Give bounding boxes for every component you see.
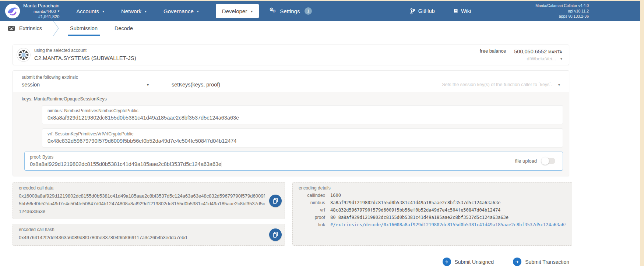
keys-section: keys: MantaRuntimeOpaqueSessionKeys nimb… — [13, 92, 569, 176]
detail-key: vrf — [299, 208, 325, 213]
submit-unsigned-button[interactable]: Submit Unsigned — [443, 258, 494, 266]
copy-icon — [273, 198, 278, 204]
wiki-link[interactable]: Wiki — [453, 8, 471, 14]
manta-logo-icon — [5, 4, 20, 18]
proof-param-box[interactable]: proof: Bytes 0x8a8af929d1219802dc8155d0b… — [24, 152, 563, 171]
account-address-truncated: dfWbekcVei... — [527, 56, 556, 63]
apps-version: apps v0.133.2-36 — [535, 14, 589, 19]
api-version: api v10.11.2 — [535, 8, 589, 14]
encoded-call-hash-box: encoded call hash 0x49764142f2def4363a60… — [13, 224, 285, 246]
submit-transaction-button[interactable]: Submit Transaction — [513, 258, 569, 266]
encoded-call-data-label: encoded call data — [19, 185, 279, 191]
tab-submission[interactable]: Submission — [70, 21, 98, 36]
scrollbar-track[interactable] — [640, 0, 644, 266]
keys-type-label: keys: MantaRuntimeOpaqueSessionKeys — [22, 96, 563, 102]
encoding-details-label: encoding details — [299, 185, 566, 191]
nav-settings[interactable]: ⚙⚙ Settings 1 — [269, 7, 312, 15]
chevron-down-icon: ▾ — [560, 56, 562, 62]
proof-label: proof: Bytes — [30, 155, 515, 160]
chevron-down-icon: ▾ — [102, 9, 104, 13]
toggle-knob — [541, 157, 549, 165]
chevron-down-icon: ▾ — [251, 9, 253, 13]
sign-in-icon — [513, 258, 521, 266]
nav-governance[interactable]: Governance ▾ — [163, 8, 199, 14]
encoding-detail-row: callindex 1600 — [299, 193, 566, 198]
gear-icon: ⚙⚙ — [269, 8, 277, 14]
method-selected-value: setKeys(keys, proof) — [172, 82, 220, 88]
nimbus-label: nimbus: NimbusPrimitivesNimbusCryptoPubl… — [47, 108, 557, 113]
chevron-down-icon: ▾ — [197, 9, 199, 13]
chevron-down-icon: ▾ — [147, 83, 149, 87]
chain-block-number: #1,941,820 — [38, 14, 60, 19]
file-upload-toggle[interactable] — [541, 158, 555, 164]
detail-value: 80 8a8af929d1219802dc8155d0b5381c41d49a1… — [330, 215, 508, 220]
detail-value: 48c832d59679790f579d6009f5bb56ef0b52da49… — [330, 208, 500, 213]
pallet-selected-value: session — [22, 82, 40, 88]
free-balance-label: free balance — [480, 48, 506, 54]
nav-developer[interactable]: Developer ▾ — [216, 4, 259, 18]
free-balance-unit: MANTA — [548, 50, 562, 54]
pallet-select[interactable]: session ▾ — [22, 82, 149, 88]
section-extrinsics: Extrinsics — [8, 25, 42, 31]
account-address-select[interactable]: dfWbekcVei... ▾ — [514, 56, 562, 63]
extrinsic-card: submit the following extrinsic session ▾… — [13, 70, 569, 176]
nav-accounts[interactable]: Accounts ▾ — [76, 8, 104, 14]
encoding-detail-row: nimbus 8a8af929d1219802dc8155d0b5381c41d… — [299, 200, 566, 205]
sign-in-icon — [443, 258, 451, 266]
chevron-divider — [53, 21, 60, 36]
free-balance-value: 500,050.6552 — [514, 49, 547, 54]
detail-value: 8a8af929d1219802dc8155d0b5381c41d49a185a… — [330, 200, 500, 205]
book-icon — [453, 8, 458, 14]
version-info: Manta/Calamari Collator v4.4.0 api v10.1… — [535, 3, 589, 19]
encoding-detail-row: vrf 48c832d59679790f579d6009f5bb56ef0b52… — [299, 208, 566, 213]
detail-key: link — [299, 222, 325, 227]
encoded-call-data-value: 0x16008a8af929d1219802dc8155d0b5381c41d4… — [19, 192, 279, 215]
copy-icon — [273, 232, 278, 238]
detail-key: nimbus — [299, 200, 325, 205]
collator-version: Manta/Calamari Collator v4.4.0 — [535, 3, 589, 8]
nimbus-param-box[interactable]: nimbus: NimbusPrimitivesNimbusCryptoPubl… — [42, 105, 563, 124]
account-label: using the selected account — [34, 48, 136, 54]
chevron-down-icon: ▾ — [145, 9, 147, 13]
copy-call-data-button[interactable] — [269, 195, 282, 207]
browser-top-strip — [0, 0, 644, 1]
encoding-details-rows: callindex 1600 nimbus 8a8af929d1219802dc… — [299, 193, 566, 227]
encoding-detail-row: link #/extrinsics/decode/0x16008a8af929d… — [299, 222, 566, 227]
chain-selector[interactable]: Manta Parachain manta/4400 ▾ #1,941,820 — [23, 3, 59, 19]
account-identicon[interactable] — [17, 48, 31, 62]
manta-logo[interactable] — [5, 4, 20, 18]
encoded-call-hash-label: encoded call hash — [19, 227, 279, 232]
envelope-icon — [8, 26, 15, 31]
extrinsic-label: submit the following extrinsic — [22, 75, 560, 80]
git-branch-icon — [410, 8, 415, 14]
vrf-value-input[interactable]: 0x48c832d59679790f579d6009f5bb56ef0b52da… — [47, 138, 557, 144]
copy-call-hash-button[interactable] — [269, 228, 282, 241]
account-card: using the selected account C2.MANTA.SYST… — [13, 45, 569, 65]
vrf-param-box[interactable]: vrf: SessionKeyPrimitivesVrfVrfCryptoPub… — [42, 128, 563, 148]
account-name: C2.MANTA.SYSTEMS (SUBWALLET-JS) — [34, 54, 136, 62]
github-link[interactable]: GitHub — [410, 8, 435, 14]
text-cursor — [222, 162, 222, 167]
chevron-down-icon: ▾ — [558, 83, 560, 87]
encoded-call-hash-value: 0x49764142f2def4363a6089d8f0780be337804f… — [19, 234, 279, 242]
method-hint[interactable]: Sets the session key(s) of the function … — [442, 82, 560, 87]
method-select[interactable]: setKeys(keys, proof) — [172, 82, 220, 88]
nimbus-value-input[interactable]: 0x8a8af929d1219802dc8155d0b5381c41d49a18… — [47, 115, 557, 121]
nav-network[interactable]: Network ▾ — [121, 8, 147, 14]
detail-key: proof — [299, 215, 325, 220]
main-content: using the selected account C2.MANTA.SYST… — [0, 36, 644, 266]
decode-link[interactable]: #/extrinsics/decode/0x16008a8af929d12198… — [330, 222, 566, 227]
encoding-details-box: encoding details callindex 1600 nimbus 8… — [292, 182, 572, 246]
tab-bar: Extrinsics Submission Decode — [0, 21, 644, 36]
encoded-call-data-box: encoded call data 0x16008a8af929d1219802… — [13, 182, 285, 219]
settings-badge: 1 — [305, 7, 312, 15]
nested-params: nimbus: NimbusPrimitivesNimbusCryptoPubl… — [27, 105, 563, 171]
tab-decode[interactable]: Decode — [115, 21, 133, 36]
app-header: Manta Parachain manta/4400 ▾ #1,941,820 … — [0, 1, 644, 21]
proof-value-input[interactable]: 0x8a8af929d1219802dc8155d0b5381c41d49a18… — [30, 161, 515, 167]
chain-name: Manta Parachain — [23, 3, 59, 9]
detail-key: callindex — [299, 193, 325, 198]
chevron-down-icon: ▾ — [58, 9, 60, 13]
file-upload-label: file upload — [515, 158, 537, 164]
detail-value: 1600 — [330, 193, 341, 198]
